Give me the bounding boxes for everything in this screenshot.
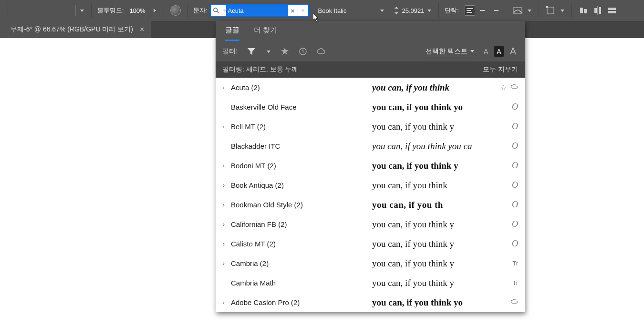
align-objects-3-icon[interactable]	[606, 5, 618, 16]
font-row[interactable]: ›Californian FB (2)you can, if you think…	[216, 214, 525, 234]
font-row[interactable]: ›Bell MT (2)you can, if you think yO	[216, 117, 525, 136]
font-panel-tabs: 글꼴 더 찾기	[216, 21, 525, 41]
opacity-value[interactable]: 100%	[127, 7, 148, 14]
svg-rect-3	[547, 7, 554, 14]
opentype-badge-icon: O	[512, 161, 518, 171]
chevron-down-icon[interactable]	[526, 7, 533, 14]
font-row[interactable]: ›Bodoni MT (2)you can, if you think yO	[216, 156, 525, 175]
tab-find-more[interactable]: 더 찾기	[254, 26, 277, 41]
font-row[interactable]: ›Adobe Caslon Pro (2)you can, if you thi…	[216, 293, 525, 312]
expand-chevron-icon[interactable]: ›	[218, 123, 229, 130]
font-row[interactable]: ›Acuta (2)you can, if you think☆	[216, 78, 525, 97]
sample-text-select-wrap[interactable]: 선택한 텍스트	[424, 45, 476, 57]
separator	[438, 3, 439, 18]
font-sample: you can, if you think y	[372, 219, 489, 230]
warp-options-icon[interactable]	[512, 5, 523, 16]
align-center-button[interactable]	[477, 5, 488, 16]
font-name: Cambria (2)	[229, 259, 372, 267]
svg-point-0	[213, 8, 217, 12]
search-icon	[211, 7, 221, 14]
font-size-value[interactable]: 25.0921	[402, 7, 424, 14]
font-picker-panel: 글꼴 더 찾기 필터: 선택한 텍스트 A A A	[216, 21, 525, 312]
font-size-field[interactable]: 25.0921	[393, 6, 433, 15]
tab-fonts[interactable]: 글꼴	[225, 26, 239, 41]
font-sample: you can, if you think y	[372, 239, 489, 249]
expand-chevron-icon[interactable]: ›	[218, 221, 229, 228]
svg-rect-11	[608, 11, 616, 13]
svg-rect-4	[546, 6, 548, 8]
svg-rect-10	[608, 8, 616, 10]
opentype-badge-icon: O	[512, 200, 518, 210]
font-family-field[interactable]: ×	[210, 4, 309, 17]
character-label: 문자:	[193, 6, 208, 15]
close-tab-button[interactable]: ×	[140, 25, 144, 34]
font-badges: ☆	[489, 83, 518, 92]
activate-cloud-icon[interactable]	[510, 83, 518, 92]
font-dropdown-toggle[interactable]	[298, 5, 308, 16]
font-list[interactable]: ›Acuta (2)you can, if you think☆Baskervi…	[216, 78, 525, 312]
svg-rect-5	[580, 8, 583, 13]
svg-marker-12	[248, 48, 255, 55]
chevron-down-icon[interactable]	[79, 7, 85, 14]
separator	[164, 3, 164, 18]
font-sample: you can, if you think you ca	[372, 141, 489, 152]
font-name: Acuta (2)	[229, 83, 372, 92]
svg-rect-8	[599, 7, 601, 14]
align-right-button[interactable]	[489, 5, 500, 16]
search-mode-chevron-icon[interactable]	[221, 7, 226, 14]
favorites-filter-button[interactable]	[280, 46, 290, 57]
font-row[interactable]: Cambria Mathyou can, if you think yTr	[216, 273, 525, 293]
filter-status-bar: 필터링: 세리프, 보통 두께 모두 지우기	[216, 61, 525, 78]
sample-size-group: A A A	[482, 45, 518, 58]
clear-filters-button[interactable]: 모두 지우기	[483, 65, 518, 74]
sample-text-select[interactable]: 선택한 텍스트	[424, 45, 476, 57]
chevron-down-icon[interactable]	[265, 48, 272, 55]
chevron-down-icon[interactable]	[379, 7, 385, 14]
sample-size-small[interactable]: A	[482, 47, 490, 56]
font-name: Cambria Math	[229, 279, 372, 287]
align-objects-1-icon[interactable]	[578, 5, 589, 16]
align-left-button[interactable]	[465, 5, 475, 16]
stepper-icon[interactable]	[393, 6, 400, 15]
font-badges	[489, 298, 518, 306]
recent-filter-button[interactable]	[298, 46, 308, 57]
expand-chevron-icon[interactable]: ›	[218, 162, 229, 169]
expand-chevron-icon[interactable]: ›	[218, 84, 229, 91]
font-sample: you can, if you think yo	[372, 102, 489, 112]
chevron-down-icon[interactable]	[426, 7, 433, 14]
clear-search-button[interactable]: ×	[288, 7, 298, 15]
favorite-star-icon[interactable]: ☆	[500, 83, 507, 92]
font-row[interactable]: ›Book Antiqua (2)you can, if you thinkO	[216, 175, 525, 195]
font-name: Californian FB (2)	[229, 220, 372, 228]
expand-chevron-icon[interactable]: ›	[218, 299, 229, 306]
font-badges: O	[489, 161, 518, 171]
sample-size-medium[interactable]: A	[494, 46, 504, 57]
activated-fonts-filter-button[interactable]	[316, 46, 326, 57]
chevron-down-icon[interactable]	[559, 7, 566, 14]
font-row[interactable]: ›Bookman Old Style (2)you can, if you th…	[216, 195, 525, 214]
expand-chevron-icon[interactable]: ›	[218, 240, 229, 247]
font-style-field[interactable]: Book Italic	[312, 4, 391, 17]
font-row[interactable]: ›Cambria (2)you can, if you think yTr	[216, 254, 525, 273]
font-row[interactable]: Baskerville Old Faceyou can, if you thin…	[216, 97, 525, 117]
swatch-preview[interactable]	[14, 5, 76, 16]
transform-icon[interactable]	[545, 5, 556, 16]
chevron-right-icon[interactable]	[151, 7, 158, 14]
align-objects-2-icon[interactable]	[592, 5, 603, 16]
font-badges: O	[489, 219, 518, 229]
font-family-input[interactable]	[226, 5, 288, 16]
expand-chevron-icon[interactable]: ›	[218, 201, 229, 208]
activate-cloud-icon[interactable]	[510, 298, 518, 306]
expand-chevron-icon[interactable]: ›	[218, 182, 229, 189]
filter-classification-button[interactable]	[245, 46, 258, 57]
font-row[interactable]: ›Calisto MT (2)you can, if you think yO	[216, 234, 525, 254]
font-row[interactable]: Blackadder ITCyou can, if you think you …	[216, 136, 525, 156]
truetype-badge-icon: Tr	[512, 260, 518, 267]
font-sample: you can, if you think y	[372, 278, 489, 288]
document-tab[interactable]: 무제-6* @ 66.67% (RGB/GPU 미리 보기) ×	[0, 21, 151, 38]
style-sphere-icon[interactable]	[170, 5, 181, 16]
font-name: Bell MT (2)	[229, 122, 372, 131]
expand-chevron-icon[interactable]: ›	[218, 260, 229, 267]
separator	[91, 3, 92, 18]
sample-size-large[interactable]: A	[508, 45, 518, 58]
